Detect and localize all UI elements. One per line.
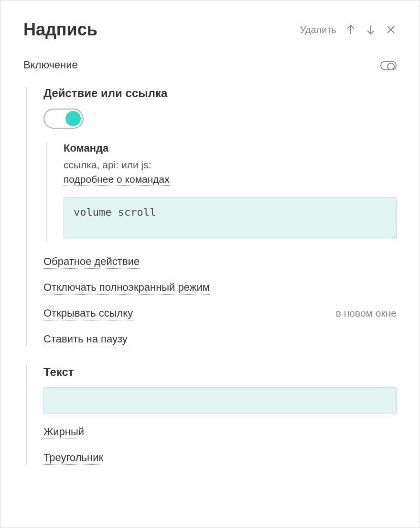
triangle-option[interactable]: Треугольник xyxy=(43,451,103,465)
panel-header: Надпись Удалить xyxy=(23,20,397,40)
command-heading: Команда xyxy=(64,142,397,154)
label-settings-panel: Надпись Удалить Включение xyxy=(0,0,420,528)
text-input[interactable] xyxy=(43,387,397,414)
move-up-icon[interactable] xyxy=(345,24,356,35)
action-heading: Действие или ссылка xyxy=(43,87,397,100)
command-section: Команда ссылка, api: или js: подробнее о… xyxy=(46,142,397,241)
action-options: Обратное действие Отключать полноэкранны… xyxy=(43,255,397,346)
delete-button[interactable]: Удалить xyxy=(300,24,336,35)
command-more-link[interactable]: подробнее о командах xyxy=(64,174,170,186)
text-section: Текст Жирный Треугольник xyxy=(26,365,397,465)
header-actions: Удалить xyxy=(300,24,397,35)
command-input[interactable] xyxy=(64,197,397,239)
open-link-value: в новом окне xyxy=(336,308,397,319)
bold-option[interactable]: Жирный xyxy=(43,426,84,439)
enable-label[interactable]: Включение xyxy=(23,59,78,72)
command-hint: ссылка, api: или js: xyxy=(64,159,397,171)
enable-row: Включение xyxy=(23,59,397,72)
open-link-option[interactable]: Открывать ссылку xyxy=(43,307,133,320)
panel-title: Надпись xyxy=(23,20,97,40)
reverse-action-option[interactable]: Обратное действие xyxy=(43,255,140,269)
move-down-icon[interactable] xyxy=(365,24,377,35)
enable-toggle[interactable] xyxy=(380,61,397,70)
action-section: Действие или ссылка Команда ссылка, api:… xyxy=(26,87,397,346)
action-toggle[interactable] xyxy=(43,109,84,129)
text-heading: Текст xyxy=(43,365,397,379)
pause-option[interactable]: Ставить на паузу xyxy=(43,333,128,346)
close-icon[interactable] xyxy=(385,24,397,35)
disable-fullscreen-option[interactable]: Отключать полноэкранный режим xyxy=(43,281,210,295)
